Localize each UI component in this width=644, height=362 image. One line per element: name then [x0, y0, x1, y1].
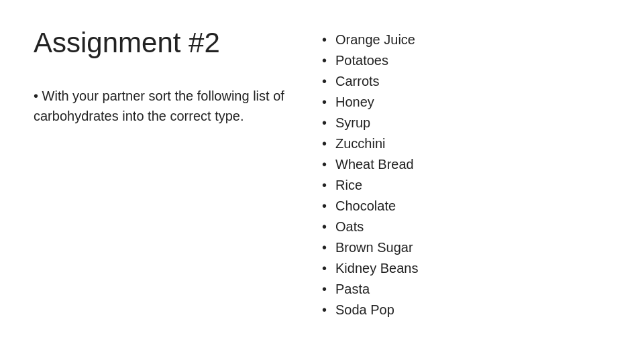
list-item: Wheat Bread — [322, 154, 610, 175]
list-item: Pasta — [322, 279, 610, 300]
list-item: Potatoes — [322, 50, 610, 71]
list-item: Kidney Beans — [322, 258, 610, 279]
right-column: Orange JuicePotatoesCarrotsHoneySyrupZuc… — [322, 27, 610, 335]
list-item: Oats — [322, 217, 610, 237]
list-item: Zucchini — [322, 133, 610, 154]
left-column: Assignment #2 • With your partner sort t… — [34, 27, 322, 335]
list-item: Soda Pop — [322, 300, 610, 320]
instruction-text: • With your partner sort the following l… — [34, 86, 302, 126]
list-item: Chocolate — [322, 196, 610, 217]
list-item: Honey — [322, 92, 610, 113]
slide-title: Assignment #2 — [34, 27, 302, 59]
list-item: Carrots — [322, 71, 610, 92]
list-item: Syrup — [322, 113, 610, 133]
instruction-body: With your partner sort the following lis… — [34, 88, 284, 123]
slide: Assignment #2 • With your partner sort t… — [0, 0, 644, 362]
carbohydrate-list: Orange JuicePotatoesCarrotsHoneySyrupZuc… — [322, 29, 610, 320]
list-item: Brown Sugar — [322, 237, 610, 258]
list-item: Orange Juice — [322, 29, 610, 50]
instruction-bullet-symbol: • — [34, 88, 42, 103]
list-item: Rice — [322, 175, 610, 196]
